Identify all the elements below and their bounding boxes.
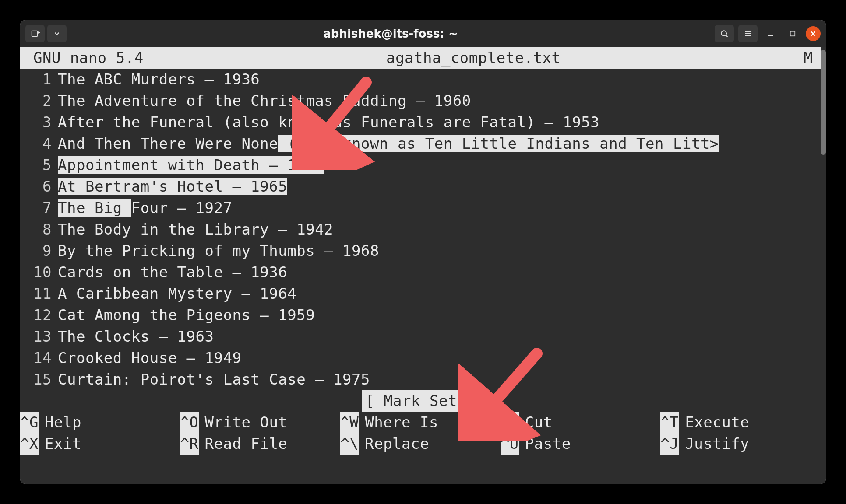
shortcut-item: ^JJustify — [660, 433, 821, 455]
shortcut-key: ^O — [180, 412, 199, 433]
editor-lines[interactable]: 1The ABC Murders – 19362The Adventure of… — [20, 69, 821, 390]
line-number: 8 — [20, 219, 58, 240]
editor-line[interactable]: 4And Then There Were None (also known as… — [20, 133, 821, 154]
line-text-selected: At Bertram's Hotel – 1965 — [58, 178, 287, 195]
line-content[interactable]: The Big Four – 1927 — [58, 197, 821, 219]
line-text: The Body in the Library – 1942 — [58, 220, 333, 238]
shortcut-label: Where Is — [365, 412, 438, 433]
line-number: 3 — [20, 112, 58, 133]
shortcut-label: Replace — [365, 433, 429, 455]
line-text: Four – 1927 — [131, 199, 233, 217]
line-text-selected: The Big — [58, 199, 131, 217]
editor-line[interactable]: 6At Bertram's Hotel – 1965 — [20, 176, 821, 197]
maximize-icon — [790, 31, 796, 37]
shortcut-item: ^\Replace — [340, 433, 501, 455]
search-icon — [720, 29, 729, 38]
line-number: 1 — [20, 69, 58, 90]
line-number: 12 — [20, 304, 58, 326]
line-content[interactable]: The Clocks – 1963 — [58, 326, 821, 347]
line-number: 15 — [20, 369, 58, 390]
editor-line[interactable]: 7The Big Four – 1927 — [20, 197, 821, 219]
editor-line[interactable]: 15Curtain: Poirot's Last Case – 1975 — [20, 369, 821, 390]
svg-point-3 — [721, 31, 726, 36]
nano-status-line: [ Mark Set ] — [20, 390, 821, 412]
line-content[interactable]: A Caribbean Mystery – 1964 — [58, 283, 821, 304]
line-content[interactable]: Cat Among the Pigeons – 1959 — [58, 304, 821, 326]
line-number: 2 — [20, 90, 58, 112]
shortcut-key: ^W — [340, 412, 359, 433]
line-content[interactable]: The Adventure of the Christmas Pudding –… — [58, 90, 821, 112]
shortcut-label: Write Out — [205, 412, 288, 433]
line-number: 9 — [20, 240, 58, 262]
shortcut-key: ^G — [20, 412, 39, 433]
editor-line[interactable]: 2The Adventure of the Christmas Pudding … — [20, 90, 821, 112]
line-text: Curtain: Poirot's Last Case – 1975 — [58, 371, 370, 388]
editor-line[interactable]: 13The Clocks – 1963 — [20, 326, 821, 347]
editor-line[interactable]: 9By the Pricking of my Thumbs – 1968 — [20, 240, 821, 262]
search-button[interactable] — [715, 25, 734, 42]
nano-header: GNU nano 5.4 agatha_complete.txt M — [20, 47, 821, 69]
line-text-pre: And Then There Were None — [58, 135, 278, 152]
scrollbar[interactable] — [821, 47, 826, 484]
editor-line[interactable]: 10Cards on the Table – 1936 — [20, 262, 821, 283]
line-number: 10 — [20, 262, 58, 283]
editor-line[interactable]: 5Appointment with Death – 1938 — [20, 154, 821, 176]
line-content[interactable]: Crooked House – 1949 — [58, 347, 821, 369]
line-text: The Clocks – 1963 — [58, 328, 214, 345]
shortcut-row: ^XExit^RRead File^\Replace^UPaste^JJusti… — [20, 433, 821, 455]
shortcut-item: ^XExit — [20, 433, 180, 455]
shortcut-item: ^GHelp — [20, 412, 180, 433]
shortcut-label: Help — [45, 412, 81, 433]
terminal-body[interactable]: GNU nano 5.4 agatha_complete.txt M 1The … — [20, 47, 826, 484]
line-text: The ABC Murders – 1936 — [58, 70, 260, 88]
shortcut-item: ^TExecute — [660, 412, 821, 433]
line-number: 13 — [20, 326, 58, 347]
maximize-button[interactable] — [784, 25, 801, 42]
minimize-icon — [767, 30, 774, 37]
nano-shortcuts: ^GHelp^OWrite Out^WWhere Is^KCut^TExecut… — [20, 412, 821, 455]
editor-line[interactable]: 12Cat Among the Pigeons – 1959 — [20, 304, 821, 326]
close-button[interactable] — [806, 26, 821, 41]
editor-line[interactable]: 14Crooked House – 1949 — [20, 347, 821, 369]
minimize-button[interactable] — [762, 25, 779, 42]
line-content[interactable]: Cards on the Table – 1936 — [58, 262, 821, 283]
line-content[interactable]: By the Pricking of my Thumbs – 1968 — [58, 240, 821, 262]
shortcut-item: ^KCut — [501, 412, 661, 433]
line-number: 14 — [20, 347, 58, 369]
nano-app-name: GNU nano 5.4 — [33, 47, 144, 69]
shortcut-label: Paste — [525, 433, 571, 455]
line-number: 6 — [20, 176, 58, 197]
editor-line[interactable]: 11A Caribbean Mystery – 1964 — [20, 283, 821, 304]
editor-line[interactable]: 3After the Funeral (also known as Funera… — [20, 112, 821, 133]
nano-status-text: [ Mark Set ] — [362, 390, 479, 412]
editor-line[interactable]: 8The Body in the Library – 1942 — [20, 219, 821, 240]
line-number: 5 — [20, 154, 58, 176]
titlebar: abhishek@its-foss: ~ — [20, 20, 826, 47]
hamburger-menu-button[interactable] — [738, 25, 758, 42]
shortcut-label: Read File — [205, 433, 288, 455]
tab-dropdown-button[interactable] — [47, 25, 67, 42]
line-text: After the Funeral (also known as Funeral… — [58, 113, 599, 131]
shortcut-key: ^X — [20, 433, 39, 455]
titlebar-right — [715, 25, 821, 42]
line-content[interactable]: The ABC Murders – 1936 — [58, 69, 821, 90]
shortcut-key: ^J — [660, 433, 679, 455]
svg-rect-0 — [32, 31, 38, 36]
line-content[interactable]: After the Funeral (also known as Funeral… — [58, 112, 821, 133]
line-content[interactable]: Appointment with Death – 1938 — [58, 154, 821, 176]
editor-line[interactable]: 1The ABC Murders – 1936 — [20, 69, 821, 90]
line-content[interactable]: At Bertram's Hotel – 1965 — [58, 176, 821, 197]
new-tab-icon — [30, 29, 40, 38]
scrollbar-thumb[interactable] — [821, 50, 826, 155]
line-content[interactable]: Curtain: Poirot's Last Case – 1975 — [58, 369, 821, 390]
close-icon — [810, 31, 816, 37]
line-content[interactable]: The Body in the Library – 1942 — [58, 219, 821, 240]
new-tab-button[interactable] — [25, 25, 45, 42]
line-text: Cat Among the Pigeons – 1959 — [58, 306, 315, 324]
line-text: The Adventure of the Christmas Pudding –… — [58, 92, 471, 109]
hamburger-icon — [744, 29, 752, 38]
shortcut-key: ^T — [660, 412, 679, 433]
shortcut-label: Cut — [525, 412, 553, 433]
shortcut-label: Execute — [685, 412, 749, 433]
line-content[interactable]: And Then There Were None (also known as … — [58, 133, 821, 154]
